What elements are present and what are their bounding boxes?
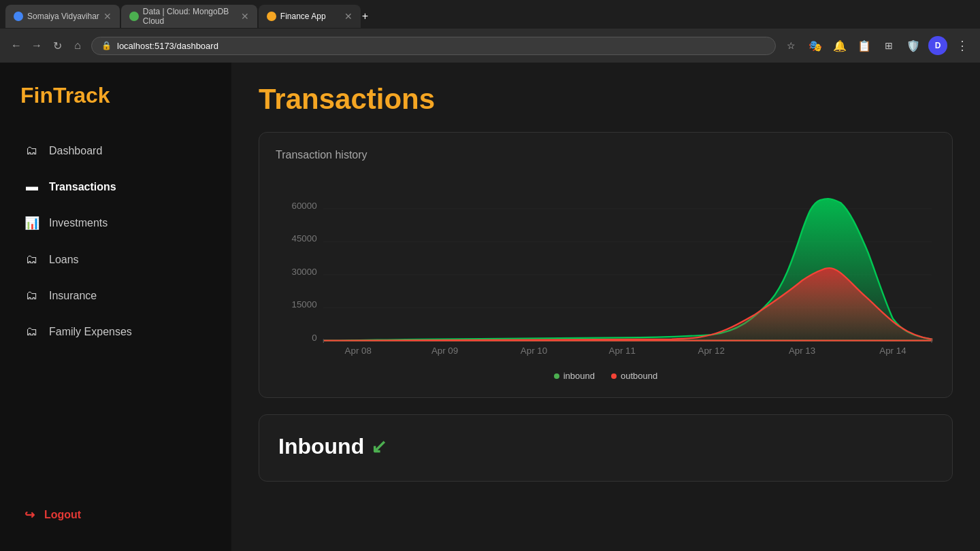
tab-close-mongodb[interactable]: ✕ xyxy=(241,11,249,22)
extension-icon-2[interactable]: 🔔 xyxy=(830,36,849,55)
lock-icon: 🔒 xyxy=(101,41,112,50)
svg-text:30000: 30000 xyxy=(292,267,317,276)
address-text: localhost:5173/dashboard xyxy=(117,41,218,51)
back-button[interactable]: ← xyxy=(8,37,24,54)
svg-text:Apr 11: Apr 11 xyxy=(609,347,636,356)
menu-icon[interactable]: ⋮ xyxy=(953,36,972,55)
profile-avatar[interactable]: D xyxy=(928,36,947,55)
toolbar-icons: ☆ 🎭 🔔 📋 ⊞ 🛡️ D ⋮ xyxy=(781,36,972,55)
transaction-chart: 0 15000 30000 45000 60000 Apr 08 Apr 09 … xyxy=(276,172,936,363)
chart-legend: inbound outbound xyxy=(276,371,936,381)
svg-text:60000: 60000 xyxy=(292,202,317,211)
nav-items: 🗂 Dashboard ▬ Transactions 📊 Investments… xyxy=(14,135,218,486)
extension-icon-1[interactable]: 🎭 xyxy=(806,36,825,55)
tab-favicon-finance xyxy=(267,12,276,21)
family-expenses-icon: 🗂 xyxy=(24,324,39,339)
inbound-title-text: Inbound xyxy=(278,434,364,459)
svg-text:Apr 10: Apr 10 xyxy=(521,347,547,356)
svg-text:0: 0 xyxy=(312,333,316,342)
svg-text:15000: 15000 xyxy=(292,301,317,310)
sidebar-label-family-expenses: Family Expenses xyxy=(49,326,132,338)
legend-dot-outbound xyxy=(611,373,617,379)
sidebar-label-investments: Investments xyxy=(49,217,108,229)
svg-text:Apr 14: Apr 14 xyxy=(879,347,906,356)
chart-card: Transaction history 0 xyxy=(259,132,953,398)
sidebar-label-loans: Loans xyxy=(49,254,79,266)
legend-dot-inbound xyxy=(554,373,559,379)
svg-text:45000: 45000 xyxy=(292,235,317,244)
page-title: Transactions xyxy=(259,83,953,116)
legend-label-inbound: inbound xyxy=(564,371,595,381)
chart-title: Transaction history xyxy=(276,149,936,161)
svg-text:Apr 08: Apr 08 xyxy=(345,347,372,356)
logo: FinTrack xyxy=(14,83,218,108)
sidebar-item-loans[interactable]: 🗂 Loans xyxy=(14,244,218,275)
sidebar-label-insurance: Insurance xyxy=(49,290,97,302)
sidebar-item-family-expenses[interactable]: 🗂 Family Expenses xyxy=(14,316,218,347)
tab-close-finance[interactable]: ✕ xyxy=(344,11,353,22)
sidebar-item-investments[interactable]: 📊 Investments xyxy=(14,207,218,239)
home-button[interactable]: ⌂ xyxy=(69,37,86,54)
sidebar-label-transactions: Transactions xyxy=(49,181,116,193)
svg-text:Apr 13: Apr 13 xyxy=(789,347,815,356)
logout-icon: ↪ xyxy=(24,507,35,522)
tab-close-somaiya[interactable]: ✕ xyxy=(103,11,112,22)
app-container: FinTrack 🗂 Dashboard ▬ Transactions 📊 In… xyxy=(0,63,980,551)
transactions-icon: ▬ xyxy=(24,180,39,194)
sidebar-item-transactions[interactable]: ▬ Transactions xyxy=(14,171,218,202)
main-content: Transactions Transaction history xyxy=(231,63,980,551)
legend-label-outbound: outbound xyxy=(621,371,657,381)
extensions-button[interactable]: ⊞ xyxy=(879,36,898,55)
svg-text:Apr 09: Apr 09 xyxy=(431,347,458,356)
sidebar: FinTrack 🗂 Dashboard ▬ Transactions 📊 In… xyxy=(0,63,231,551)
address-bar: ← → ↻ ⌂ 🔒 localhost:5173/dashboard ☆ 🎭 🔔… xyxy=(0,29,980,63)
tab-finance[interactable]: Finance App ✕ xyxy=(259,5,361,28)
loans-icon: 🗂 xyxy=(24,252,39,267)
legend-outbound: outbound xyxy=(611,371,657,381)
inbound-title: Inbound ↙ xyxy=(278,434,933,459)
nav-buttons: ← → ↻ ⌂ xyxy=(8,37,86,54)
sidebar-label-dashboard: Dashboard xyxy=(49,145,102,157)
logout-button[interactable]: ↪ Logout xyxy=(14,499,218,531)
legend-inbound: inbound xyxy=(554,371,595,381)
investments-icon: 📊 xyxy=(24,216,39,231)
shield-icon[interactable]: 🛡️ xyxy=(904,36,923,55)
tab-title-somaiya: Somaiya Vidyavihar xyxy=(27,12,99,21)
browser-chrome: Somaiya Vidyavihar ✕ Data | Cloud: Mongo… xyxy=(0,0,980,63)
insurance-icon: 🗂 xyxy=(24,288,39,303)
dashboard-icon: 🗂 xyxy=(24,144,39,158)
chart-area: 0 15000 30000 45000 60000 Apr 08 Apr 09 … xyxy=(276,172,936,363)
tab-title-mongodb: Data | Cloud: MongoDB Cloud xyxy=(143,7,237,26)
new-tab-button[interactable]: + xyxy=(362,10,368,22)
tab-title-finance: Finance App xyxy=(280,12,326,21)
tab-favicon-mongodb xyxy=(129,12,139,21)
bookmark-icon[interactable]: ☆ xyxy=(781,36,800,55)
logout-label: Logout xyxy=(44,509,81,521)
tab-mongodb[interactable]: Data | Cloud: MongoDB Cloud ✕ xyxy=(121,5,257,28)
inbound-section: Inbound ↙ xyxy=(259,414,953,482)
svg-text:Apr 12: Apr 12 xyxy=(698,347,725,356)
reload-button[interactable]: ↻ xyxy=(49,37,65,54)
tab-bar: Somaiya Vidyavihar ✕ Data | Cloud: Mongo… xyxy=(0,0,980,29)
forward-button[interactable]: → xyxy=(29,37,45,54)
extension-icon-3[interactable]: 📋 xyxy=(855,36,874,55)
tab-somaiya[interactable]: Somaiya Vidyavihar ✕ xyxy=(5,5,120,28)
tab-favicon-somaiya xyxy=(14,12,23,21)
address-input[interactable]: 🔒 localhost:5173/dashboard xyxy=(91,37,776,55)
inbound-arrow-icon: ↙ xyxy=(371,435,387,458)
sidebar-item-insurance[interactable]: 🗂 Insurance xyxy=(14,280,218,311)
sidebar-item-dashboard[interactable]: 🗂 Dashboard xyxy=(14,135,218,166)
